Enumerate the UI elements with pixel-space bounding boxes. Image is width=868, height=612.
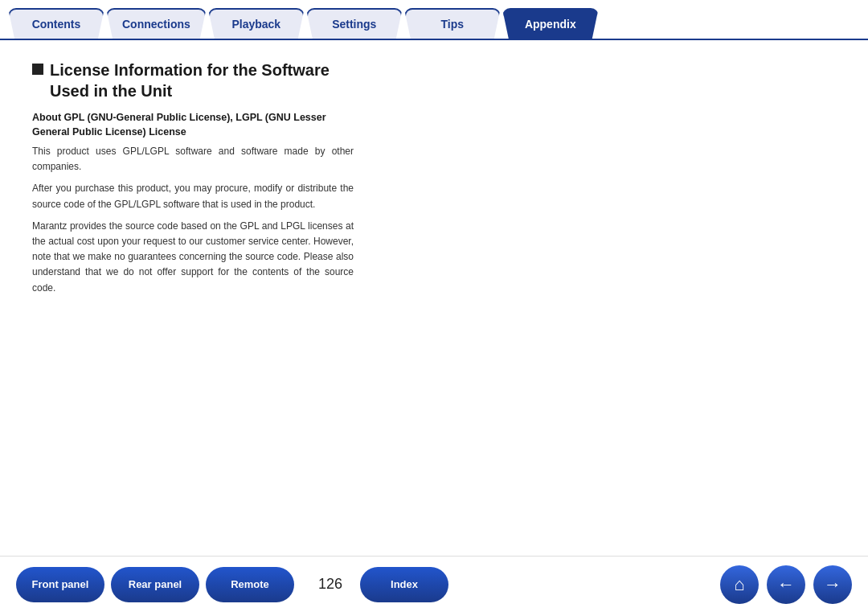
home-button[interactable]: ⌂ [720,565,759,604]
top-nav: Contents Connections Playback Settings T… [0,0,868,40]
paragraph-1: This product uses GPL/LGPL software and … [32,144,354,175]
back-arrow-icon: ← [777,574,795,595]
tab-appendix[interactable]: Appendix [502,8,599,39]
paragraph-3: Marantz provides the source code based o… [32,219,354,296]
index-button[interactable]: Index [360,567,448,602]
tab-playback[interactable]: Playback [208,8,305,39]
tab-settings[interactable]: Settings [306,8,403,39]
bottom-bar: Front panel Rear panel Remote 126 Index … [0,556,868,612]
remote-button[interactable]: Remote [206,567,294,602]
back-button[interactable]: ← [767,565,805,604]
main-content: License Information for the Software Use… [0,40,386,318]
page-number: 126 [310,576,350,593]
forward-arrow-icon: → [824,574,841,595]
home-icon: ⌂ [734,574,744,595]
paragraph-2: After you purchase this product, you may… [32,181,354,212]
forward-button[interactable]: → [813,565,852,604]
bottom-right-icons: ⌂ ← → [720,565,852,604]
tab-connections[interactable]: Connections [106,8,207,39]
front-panel-button[interactable]: Front panel [16,567,104,602]
tab-tips[interactable]: Tips [404,8,501,39]
rear-panel-button[interactable]: Rear panel [111,567,199,602]
page-title: License Information for the Software Use… [32,60,354,101]
section-subtitle: About GPL (GNU-General Public License), … [32,111,354,139]
tab-contents[interactable]: Contents [8,8,104,39]
title-square-icon [32,64,43,75]
